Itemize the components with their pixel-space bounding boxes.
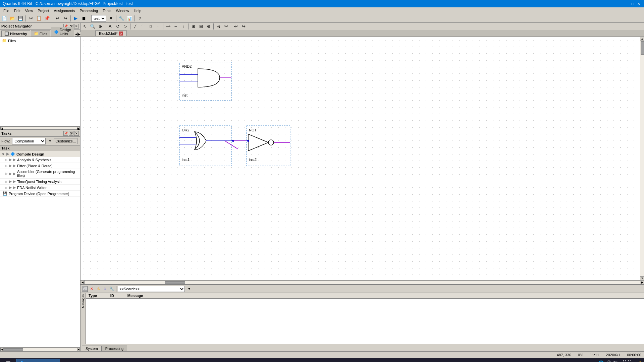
tab-hierarchy[interactable]: 🔲 Hierarchy [1,31,30,37]
rotate-btn[interactable]: ↺ [114,23,121,30]
close-button[interactable]: ✕ [636,1,641,6]
tasks-restore-btn[interactable]: 🗗 [69,131,73,136]
text-tool[interactable]: A [106,23,114,30]
tab-processing[interactable]: Processing [102,346,127,351]
vscroll-up-arrow[interactable]: ▲ [640,37,644,41]
volume-icon: 🔊 [606,360,611,362]
assembler-label: Assembler (Generate programming files) [17,170,79,178]
zoom-tool[interactable]: 🔍 [89,23,96,30]
files-tree-item[interactable]: 📁 Files [1,38,79,43]
menubar: File Edit View Project Assignments Proce… [0,7,644,14]
msg-filter-warn[interactable]: ⚠ [95,286,101,292]
block-tool[interactable]: ⊞ [190,23,197,30]
hscroll-canvas-left[interactable]: ◀ [80,281,85,285]
program-device-row[interactable]: 💾 Program Device (Open Programmer) [0,191,80,197]
taskbar-quartus-app[interactable]: 🔷 Quartus II 64-Bit ... [16,359,60,362]
tasks-hscroll-right[interactable]: ▶ [77,348,80,351]
circle-tool[interactable]: ○ [155,23,162,30]
task-col-header: Task [0,145,80,151]
windows-start-button[interactable]: ⊞ [1,359,15,362]
msg-filter-custom[interactable]: 🔧 [109,286,115,292]
undo-canvas[interactable]: ↩ [232,23,239,30]
menu-project[interactable]: Project [36,8,51,13]
tab-system[interactable]: System [82,346,102,351]
eda-netlist-row[interactable]: ▷ ▶ ▶ EDA Netlist Writer [0,185,80,191]
msg-filter-all[interactable]: All [82,286,88,292]
analysis-synthesis-row[interactable]: ▷ ▶ ▶ Analysis & Synthesis [0,157,80,163]
compile-design-row[interactable]: ▼ ▶ 🔷 Compile Design [0,151,80,157]
line-tool[interactable]: ╱ [131,23,139,30]
print-btn[interactable]: 🖨 [215,23,222,30]
new-btn[interactable]: 📄 [1,15,8,22]
canvas-hscroll-thumb[interactable] [165,281,185,284]
stop-btn[interactable]: ⏹ [80,15,88,22]
signaltap-btn[interactable]: 📊 [126,15,133,22]
menu-help[interactable]: Help [132,8,144,13]
msg-filter-error[interactable]: ✕ [89,286,95,292]
hscroll-canvas-right[interactable]: ▶ [640,281,644,285]
undo-btn[interactable]: ↩ [54,15,61,22]
compile-btn[interactable]: ▶ [72,15,79,22]
close-tab-btn[interactable]: ✕ [119,32,123,36]
select-tool[interactable]: ↖ [81,23,89,30]
nav-close-btn[interactable]: ✕ [74,24,79,28]
cut-canvas[interactable]: ✂ [222,23,230,30]
redo-btn[interactable]: ↪ [62,15,69,22]
menu-edit[interactable]: Edit [12,8,22,13]
tasks-hscroll[interactable]: ◀ ▶ [0,347,80,351]
cut-btn[interactable]: ✂ [27,15,35,22]
canvas-vscroll[interactable]: ▲ ▼ [640,37,644,280]
pin-tool[interactable]: ↓ [180,23,187,30]
bus-tool[interactable]: ═ [172,23,179,30]
hscroll-left-arrow[interactable]: ◀ [0,126,3,130]
vscroll-thumb[interactable] [641,41,644,55]
zoom-in-btn[interactable]: ⊕ [97,23,104,30]
lpm-tool[interactable]: ⊕ [205,23,212,30]
flow-select[interactable]: Compilation [12,138,46,144]
tab-files[interactable]: 📁 Files [31,31,50,37]
menu-view[interactable]: View [23,8,35,13]
tasks-pin-btn[interactable]: 📌 [63,131,68,136]
redo-canvas[interactable]: ↪ [240,23,247,30]
rtl-btn[interactable]: 🔧 [118,15,125,22]
canvas-hscroll[interactable]: ◀ ▶ [80,280,644,284]
flow-dropdown[interactable]: test [91,15,106,22]
flow-select-arrow[interactable]: ▼ [48,138,52,144]
arc-tool[interactable]: ⌒ [139,23,147,30]
project-nav-hscroll[interactable]: ◀ ▶ [0,126,80,130]
menu-file[interactable]: File [1,8,11,13]
msg-search-dropdown-arrow[interactable]: ▼ [185,285,193,293]
menu-processing[interactable]: Processing [78,8,100,13]
minimize-button[interactable]: ─ [624,1,629,6]
menu-window[interactable]: Window [114,8,131,13]
symbol-tool[interactable]: ▷ [122,23,129,30]
wire-tool[interactable]: ⟶ [164,23,172,30]
flow-arrow[interactable]: ▼ [107,15,115,22]
rect-tool[interactable]: □ [147,23,154,30]
tasks-close-btn[interactable]: ✕ [74,131,79,136]
messages-side-label: Messages [82,294,85,308]
menu-assignments[interactable]: Assignments [52,8,77,13]
menu-tools[interactable]: Tools [101,8,113,13]
copy-btn[interactable]: 📋 [35,15,43,22]
editor-tab-block2[interactable]: Block2.bdf* ✕ [95,31,127,36]
help-btn[interactable]: ? [136,15,144,22]
msg-filter-info[interactable]: ℹ [102,286,108,292]
mux-tool[interactable]: ⊟ [197,23,205,30]
tab-design-units[interactable]: 🔷 Design Units [51,27,74,37]
paste-btn[interactable]: 📌 [43,15,51,22]
hscroll-right-arrow[interactable]: ▶ [77,126,80,130]
msg-search-dropdown[interactable]: <<Search>> [118,286,185,292]
nav-prev-btn[interactable]: ◀ [75,32,78,37]
maximize-button[interactable]: □ [630,1,635,6]
vscroll-down-arrow[interactable]: ▼ [640,276,644,280]
customize-btn[interactable]: Customize... [54,138,77,144]
fitter-row[interactable]: ▷ ▶ ▶ Fitter (Place & Route) [0,163,80,169]
schematic-canvas[interactable]: AND2 inst OR2 [80,37,640,280]
timequest-row[interactable]: ▷ ▶ ▶ TimeQuest Timing Analysis [0,179,80,185]
assembler-row[interactable]: ▷ ▶ ▶ Assembler (Generate programming fi… [0,169,80,179]
tasks-hscroll-left[interactable]: ◀ [0,348,3,351]
notification-icon[interactable]: 🔔 [637,361,643,362]
open-btn[interactable]: 📂 [9,15,16,22]
save-btn[interactable]: 💾 [17,15,24,22]
